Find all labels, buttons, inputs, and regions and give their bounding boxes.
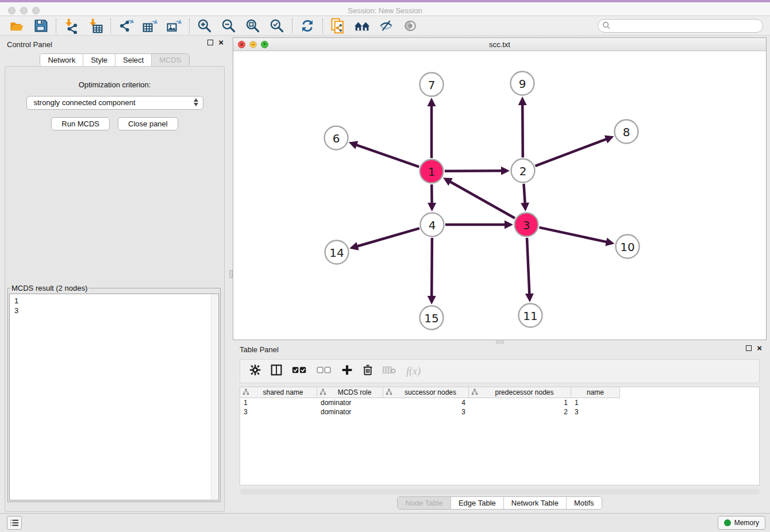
function-builder-icon[interactable]: f(x) [406, 365, 421, 377]
result-scrollbar[interactable] [211, 295, 218, 499]
column-header-MCDS-role[interactable]: MCDS role [317, 387, 383, 398]
table-panel-title: Table Panel [240, 345, 279, 354]
table-row[interactable]: 3dominator323 [240, 407, 759, 417]
mcds-result-textarea[interactable]: 1 3 [9, 294, 219, 500]
tab-motifs[interactable]: Motifs [567, 497, 602, 509]
select-all-icon[interactable] [292, 366, 307, 376]
toolbar-separator [189, 18, 190, 33]
zoom-selected-icon[interactable] [265, 17, 289, 35]
graph-edge-3-11[interactable] [527, 238, 529, 295]
graph-edge-arrow-3-10 [605, 238, 614, 246]
save-session-icon[interactable] [29, 17, 53, 35]
open-file-icon[interactable] [5, 17, 29, 35]
tab-select[interactable]: Select [116, 54, 152, 66]
tab-network[interactable]: Network [40, 54, 83, 66]
graph-edge-1-2[interactable] [445, 171, 503, 171]
split-panel-icon[interactable] [271, 364, 282, 378]
mcds-result-group: MCDS result (2 nodes) 1 3 [7, 284, 221, 502]
status-bar: Memory [0, 513, 770, 532]
control-panel-tabs: NetworkStyleSelectMCDS [40, 53, 189, 67]
import-table-icon[interactable] [83, 17, 107, 35]
graph-node-label-1: 1 [428, 165, 436, 179]
tab-edge-table[interactable]: Edge Table [451, 497, 504, 509]
close-panel-button[interactable]: Close panel [118, 117, 178, 130]
network-window-title: scc.txt [233, 40, 766, 49]
window-title: Session: New Session [0, 6, 770, 15]
column-header-label: predecessor nodes [478, 388, 571, 396]
tab-network-table[interactable]: Network Table [504, 497, 567, 509]
network-canvas[interactable]: 7968124314101511 [233, 51, 766, 340]
table-toolbar: f(x) [240, 359, 760, 383]
add-row-plus-icon[interactable] [341, 364, 353, 378]
table-horizontal-scrollbar[interactable] [240, 489, 760, 495]
graph-edge-4-14[interactable] [356, 228, 419, 246]
table-row[interactable]: 1dominator411 [240, 398, 759, 407]
column-flow-icon [240, 388, 249, 397]
deselect-all-icon[interactable] [317, 366, 332, 376]
graph-edge-2-9[interactable] [522, 103, 523, 157]
home-icon[interactable] [350, 17, 374, 35]
network-window-titlebar: x – + scc.txt [233, 38, 766, 51]
column-header-name[interactable]: name [571, 387, 620, 398]
import-network-icon[interactable] [59, 17, 83, 35]
memory-status-dot [724, 519, 731, 526]
tab-style[interactable]: Style [83, 54, 116, 66]
table-cell: 3 [240, 407, 317, 417]
network-window: x – + scc.txt 7968124314101511 [233, 37, 767, 340]
memory-label: Memory [734, 519, 759, 527]
graph-edge-2-3[interactable] [523, 184, 525, 205]
graph-node-label-8: 8 [623, 125, 630, 139]
optimization-criterion-value: strongly connected component [34, 98, 136, 107]
zoom-fit-icon[interactable] [241, 17, 265, 35]
table-cell: 3 [383, 407, 469, 417]
control-panel-title: Control Panel [7, 40, 52, 49]
graph-edge-3-1[interactable] [449, 181, 514, 218]
delete-row-trash-icon[interactable] [363, 364, 373, 378]
optimization-criterion-select[interactable]: strongly connected component [26, 96, 203, 110]
float-table-panel-icon[interactable] [746, 345, 752, 351]
export-image-icon[interactable] [162, 17, 186, 35]
tab-mcds[interactable]: MCDS [152, 54, 188, 66]
task-list-button[interactable] [7, 516, 22, 530]
search-input[interactable] [598, 19, 763, 33]
column-header-successor-nodes[interactable]: successor nodes [383, 387, 469, 398]
graph-edge-2-8[interactable] [536, 138, 608, 166]
graph-edge-arrow-1-7 [428, 98, 436, 106]
column-header-label: successor nodes [392, 388, 468, 396]
zoom-in-icon[interactable] [192, 17, 217, 35]
graph-edge-arrow-1-4 [428, 203, 436, 211]
delete-table-icon[interactable] [383, 365, 396, 377]
mcds-panel: Optimization criterion: strongly connect… [5, 66, 225, 512]
column-flow-icon [317, 388, 326, 397]
table-cell: 1 [571, 398, 620, 407]
window-titlebar: Session: New Session [0, 0, 770, 16]
column-header-predecessor-nodes[interactable]: predecessor nodes [469, 387, 571, 398]
graph-edge-1-6[interactable] [355, 145, 419, 167]
run-mcds-button[interactable]: Run MCDS [51, 117, 110, 130]
horizontal-splitter-handle[interactable] [496, 341, 504, 344]
graph-edge-4-15[interactable] [432, 238, 432, 298]
tab-node-table[interactable]: Node Table [398, 497, 451, 509]
show-all-eye-icon[interactable] [398, 17, 422, 35]
table-settings-gear-icon[interactable] [249, 364, 261, 378]
memory-button[interactable]: Memory [718, 516, 765, 530]
dropdown-stepper-icon [194, 98, 198, 106]
graph-node-label-14: 14 [329, 246, 344, 260]
zoom-out-icon[interactable] [217, 17, 241, 35]
search-icon [602, 21, 611, 32]
graph-edge-3-10[interactable] [539, 228, 607, 242]
mcds-result-text: 1 3 [10, 294, 218, 317]
refresh-icon[interactable] [295, 17, 319, 35]
clone-network-icon[interactable] [326, 17, 350, 35]
float-panel-icon[interactable] [207, 40, 213, 45]
close-panel-icon[interactable]: × [218, 40, 224, 45]
graph-edge-arrow-1-2 [501, 167, 510, 175]
graph-node-label-3: 3 [523, 218, 530, 232]
column-header-shared-name[interactable]: shared name [240, 387, 317, 398]
export-network-icon[interactable] [114, 17, 138, 35]
export-table-icon[interactable] [138, 17, 162, 35]
graph-node-label-11: 11 [523, 309, 537, 323]
close-table-panel-icon[interactable]: × [757, 345, 762, 351]
hide-selected-eye-icon[interactable] [374, 17, 398, 35]
graph-node-label-2: 2 [519, 164, 527, 178]
